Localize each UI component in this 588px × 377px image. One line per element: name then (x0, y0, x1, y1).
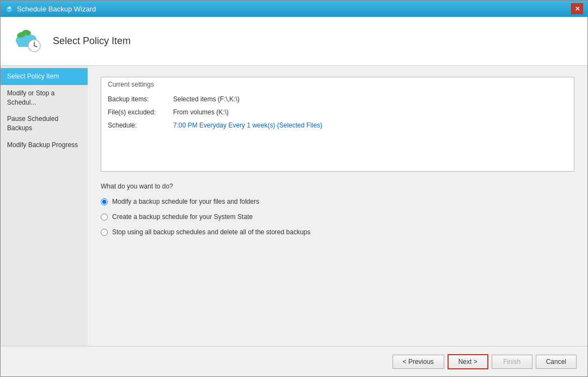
question-label: What do you want to do? (101, 183, 574, 190)
sidebar-item-modify-progress[interactable]: Modify Backup Progress (1, 137, 88, 154)
header-icon (11, 25, 44, 58)
next-button[interactable]: Next > (448, 354, 488, 369)
previous-button[interactable]: < Previous (393, 355, 444, 369)
radio-modify-files[interactable] (101, 198, 108, 205)
radio-stop-backups-label[interactable]: Stop using all backup schedules and dele… (112, 228, 310, 236)
settings-row-excluded: File(s) excluded: From volumes (K:\) (108, 106, 567, 119)
radio-modify-files-label[interactable]: Modify a backup schedule for your files … (112, 198, 259, 205)
settings-box-bottom (101, 138, 574, 171)
header-bar: Select Policy Item (1, 17, 587, 66)
app-icon (5, 4, 14, 13)
files-excluded-label: File(s) excluded: (108, 108, 173, 116)
settings-box: Current settings Backup items: Selected … (101, 77, 574, 172)
radio-option-2[interactable]: Create a backup schedule for your System… (101, 213, 574, 221)
svg-point-15 (34, 45, 35, 46)
finish-button[interactable]: Finish (492, 355, 532, 369)
close-button[interactable]: ✕ (571, 3, 583, 14)
wizard-window: Schedule Backup Wizard ✕ Select Policy I… (0, 0, 588, 377)
footer-bar: < Previous Next > Finish Cancel (1, 346, 587, 376)
window-title: Schedule Backup Wizard (17, 5, 96, 13)
title-bar-left: Schedule Backup Wizard (5, 4, 96, 13)
radio-stop-backups[interactable] (101, 229, 108, 236)
sidebar-item-modify-stop[interactable]: Modify or Stop a Schedul... (1, 85, 88, 111)
backup-items-label: Backup items: (108, 95, 173, 103)
sidebar-item-select-policy[interactable]: Select Policy Item (1, 68, 88, 85)
settings-row-schedule: Schedule: 7:00 PM Everyday Every 1 week(… (108, 119, 567, 132)
schedule-value: 7:00 PM Everyday Every 1 week(s) (Select… (173, 121, 322, 129)
title-bar: Schedule Backup Wizard ✕ (1, 1, 587, 17)
radio-option-3[interactable]: Stop using all backup schedules and dele… (101, 228, 574, 236)
main-content: Select Policy Item Modify or Stop a Sche… (1, 66, 587, 346)
settings-box-title: Current settings (101, 77, 574, 90)
settings-table: Backup items: Selected items (F:\,K:\) F… (101, 90, 574, 138)
question-section: What do you want to do? Modify a backup … (101, 183, 574, 236)
radio-create-system[interactable] (101, 214, 108, 221)
sidebar-item-pause[interactable]: Pause Scheduled Backups (1, 111, 88, 137)
settings-row-backup: Backup items: Selected items (F:\,K:\) (108, 93, 567, 106)
content-area: Current settings Backup items: Selected … (88, 66, 587, 346)
schedule-label: Schedule: (108, 121, 173, 129)
page-title: Select Policy Item (53, 35, 131, 47)
radio-option-1[interactable]: Modify a backup schedule for your files … (101, 198, 574, 205)
files-excluded-value: From volumes (K:\) (173, 108, 229, 116)
cancel-button[interactable]: Cancel (536, 355, 577, 369)
sidebar: Select Policy Item Modify or Stop a Sche… (1, 66, 88, 346)
backup-items-value: Selected items (F:\,K:\) (173, 95, 240, 103)
radio-create-system-label[interactable]: Create a backup schedule for your System… (112, 213, 253, 221)
